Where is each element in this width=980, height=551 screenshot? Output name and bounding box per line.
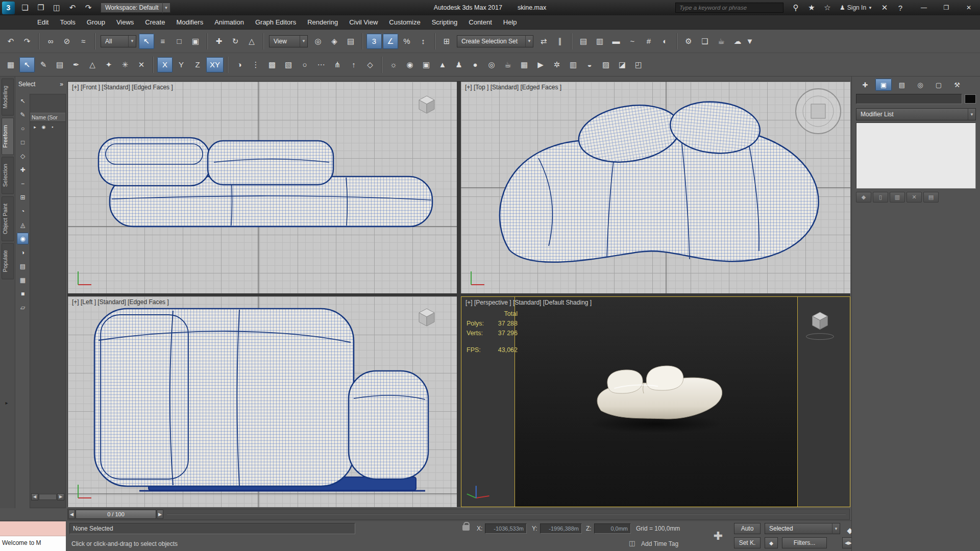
angle-snap-icon[interactable]: ∠: [383, 34, 398, 49]
menu-content[interactable]: Content: [463, 16, 498, 29]
overflow-chevron-icon[interactable]: »: [60, 81, 63, 88]
tab-motion-icon[interactable]: ◎: [912, 79, 928, 91]
search-input[interactable]: [675, 3, 783, 13]
rectangular-selection-region-icon[interactable]: □: [172, 34, 187, 49]
toggle-layer-explorer-icon[interactable]: ▥: [592, 34, 607, 49]
sphere-primitive-icon[interactable]: ●: [468, 57, 483, 72]
xy-plane-constraint-button[interactable]: XY: [206, 57, 224, 72]
selection-filter-dropdown[interactable]: All ▼: [101, 35, 136, 47]
menu-rendering[interactable]: Rendering: [302, 16, 344, 29]
app-logo[interactable]: 3: [2, 2, 15, 14]
panel-list-icon[interactable]: ▤: [17, 260, 29, 272]
align-icon[interactable]: ∥: [552, 34, 568, 49]
top-viewport-label[interactable]: [+] [Top ] [Standard] [Edged Faces ]: [465, 84, 561, 91]
render-in-cloud-icon[interactable]: ☁: [730, 34, 745, 49]
left-viewport[interactable]: [+] [Left ] [Standard] [Edged Faces ]: [68, 296, 457, 507]
edit-pencil-icon[interactable]: ✎: [36, 57, 51, 72]
ribbon-tab-selection[interactable]: Selection: [2, 157, 14, 194]
restore-button[interactable]: ❐: [935, 0, 958, 15]
search-icon[interactable]: ⚲: [788, 0, 803, 15]
ellipsis-tool-icon[interactable]: ⋯: [313, 57, 329, 72]
tab-utilities-icon[interactable]: ⚒: [949, 79, 965, 91]
make-unique-icon[interactable]: ▥: [890, 192, 905, 203]
shaded-mode-icon[interactable]: ◑: [17, 246, 29, 258]
undo-quick-icon[interactable]: ↶: [65, 0, 80, 15]
set-key-button[interactable]: Set K.: [734, 537, 761, 548]
explorer-object-row[interactable]: ▸◉▪: [30, 122, 65, 132]
toggle-ribbon-icon[interactable]: ▬: [608, 34, 624, 49]
menu-views[interactable]: Views: [111, 16, 139, 29]
a360-icon[interactable]: ✕: [877, 0, 892, 15]
camera-icon[interactable]: ▣: [419, 57, 434, 72]
front-viewport-label[interactable]: [+] [Front ] [Standard] [Edged Faces ]: [72, 84, 173, 91]
circle-select-icon[interactable]: ○: [17, 122, 29, 134]
checker-pattern-icon[interactable]: ▩: [264, 57, 280, 72]
display-toggle-icon[interactable]: ◰: [631, 57, 646, 72]
select-and-scale-icon[interactable]: △: [244, 34, 259, 49]
conform-brush-icon[interactable]: ◔: [17, 205, 29, 217]
solid-display-icon[interactable]: ■: [17, 288, 29, 299]
perspective-viewport[interactable]: Total Polys:37 288 Verts:37 296 FPS:43,0…: [461, 296, 850, 507]
time-slider-track[interactable]: ◀ 0 / 100 ▶: [67, 509, 850, 520]
triangle-tool-icon[interactable]: △: [85, 57, 100, 72]
sheet-icon[interactable]: ▤: [52, 57, 67, 72]
object-color-swatch[interactable]: [965, 94, 976, 104]
top-viewport[interactable]: [+] [Top ] [Standard] [Edged Faces ]: [461, 82, 850, 293]
hatch-pattern-icon[interactable]: ▧: [281, 57, 296, 72]
x-coordinate-field[interactable]: [485, 523, 527, 534]
front-viewport[interactable]: [+] [Front ] [Standard] [Edged Faces ]: [68, 82, 457, 293]
remove-modifier-icon[interactable]: ✕: [906, 192, 922, 203]
save-file-icon[interactable]: ◫: [49, 0, 64, 15]
next-frame-arrow[interactable]: ▶: [157, 510, 163, 519]
perspective-viewport-label[interactable]: [+] [Perspective ] [Standard] [Default S…: [465, 299, 592, 306]
named-selection-set-combo[interactable]: Create Selection Set ▼: [457, 35, 533, 47]
snap-to-grid-icon[interactable]: ▦: [3, 57, 18, 72]
play-preview-icon[interactable]: ▶: [533, 57, 548, 72]
delete-tool-icon[interactable]: ✕: [134, 57, 149, 72]
circle-tool-icon[interactable]: ○: [297, 57, 312, 72]
ribbon-expander-icon[interactable]: ▸: [3, 399, 10, 406]
select-by-name-icon[interactable]: ≡: [155, 34, 170, 49]
grid-object-icon[interactable]: ▦: [517, 57, 532, 72]
panel-icon[interactable]: ▥: [566, 57, 581, 72]
maxscript-mini-listener[interactable]: Welcome to M: [0, 536, 66, 551]
folder-icon[interactable]: ▱: [17, 302, 29, 313]
freeform-pointer-icon[interactable]: ↖: [19, 57, 35, 72]
view-cube[interactable]: [419, 96, 434, 113]
unlink-selection-icon[interactable]: ⊘: [59, 34, 75, 49]
panel-grid-icon[interactable]: ▦: [17, 274, 29, 286]
torus-primitive-icon[interactable]: ◎: [484, 57, 499, 72]
open-file-icon[interactable]: ❒: [33, 0, 48, 15]
shrink-selection-icon[interactable]: −: [17, 178, 29, 189]
menu-animation[interactable]: Animation: [209, 16, 250, 29]
menu-help[interactable]: Help: [498, 16, 523, 29]
select-object-icon[interactable]: ↖: [139, 34, 154, 49]
redo-icon[interactable]: ↷: [19, 34, 35, 49]
tab-create-icon[interactable]: ✚: [857, 79, 873, 91]
sign-in-button[interactable]: ♟ Sign In ▼: [840, 4, 872, 11]
schematic-view-icon[interactable]: #: [641, 34, 656, 49]
modifier-list-dropdown[interactable]: Modifier List ▼: [856, 108, 976, 120]
tab-hierarchy-icon[interactable]: ▤: [894, 79, 910, 91]
select-and-link-icon[interactable]: ∞: [43, 34, 58, 49]
visibility-sphere-icon[interactable]: ◒: [582, 57, 597, 72]
key-selection-dropdown[interactable]: Selected ▼: [765, 523, 840, 534]
macro-recorder-strip[interactable]: [0, 521, 66, 536]
geometry-object-icon[interactable]: ▪: [48, 123, 56, 131]
explorer-name-column-header[interactable]: Name (Sor: [30, 113, 65, 122]
branch-tool-icon[interactable]: ⋔: [330, 57, 345, 72]
soft-selection-icon[interactable]: ◑: [232, 57, 247, 72]
bind-to-space-warp-icon[interactable]: ≈: [76, 34, 91, 49]
arrow-up-tool-icon[interactable]: ↑: [346, 57, 361, 72]
spinner-snap-icon[interactable]: ↕: [415, 34, 431, 49]
lattice-icon[interactable]: ▨: [598, 57, 614, 72]
keyboard-shortcut-override-icon[interactable]: ▤: [343, 34, 358, 49]
z-axis-constraint-button[interactable]: Z: [190, 57, 205, 72]
community-icon[interactable]: ★: [804, 0, 819, 15]
ribbon-tab-object-paint[interactable]: Object Paint: [2, 196, 14, 241]
teapot-primitive-icon[interactable]: ☕: [500, 57, 516, 72]
menu-graph-editors[interactable]: Graph Editors: [250, 16, 302, 29]
render-setup-icon[interactable]: ⚙: [681, 34, 696, 49]
visibility-eye-icon[interactable]: ◉: [40, 123, 47, 131]
time-slider-handle[interactable]: 0 / 100: [76, 510, 156, 519]
